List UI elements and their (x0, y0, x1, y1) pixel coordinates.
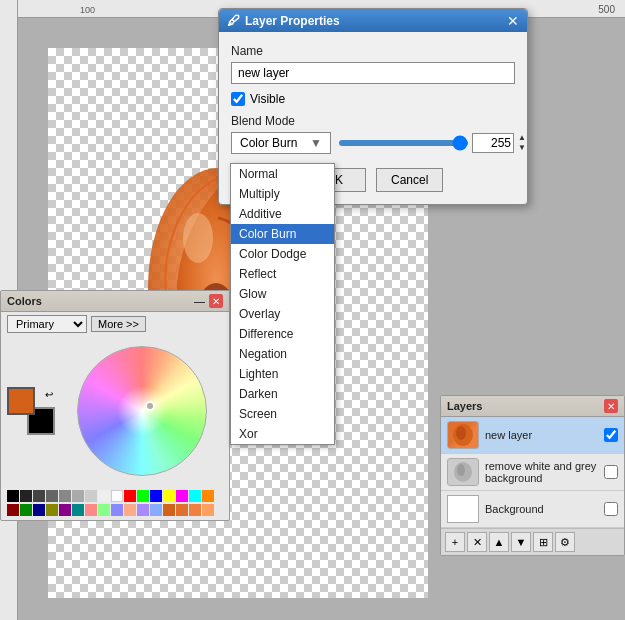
dialog-visible-checkbox[interactable] (231, 92, 245, 106)
layer-thumb-grey-svg (448, 459, 478, 485)
colors-panel-header: Colors — ✕ (1, 291, 229, 312)
dialog-cancel-button[interactable]: Cancel (376, 168, 443, 192)
svg-point-7 (457, 464, 465, 476)
color-swatches (1, 486, 229, 520)
swatch[interactable] (163, 490, 175, 502)
swatch[interactable] (85, 490, 97, 502)
layer-settings-button[interactable]: ⚙ (555, 532, 575, 552)
swatch[interactable] (7, 504, 19, 516)
layers-panel-title: Layers (447, 400, 482, 412)
ruler-mark-500: 500 (598, 4, 615, 15)
colors-panel-title: Colors (7, 295, 42, 307)
fg-bg-colors: ↩ (7, 387, 55, 435)
swatch[interactable] (189, 490, 201, 502)
swatch[interactable] (111, 490, 123, 502)
layers-toolbar: + ✕ ▲ ▼ ⊞ ⚙ (441, 528, 624, 555)
dialog-name-input[interactable] (231, 62, 515, 84)
blend-mode-value: Color Burn (240, 136, 297, 150)
swatch[interactable] (46, 490, 58, 502)
swatch[interactable] (163, 504, 175, 516)
swatch[interactable] (189, 504, 201, 516)
layer-name-remove-bg: remove white and grey background (485, 460, 598, 484)
layers-panel: Layers ✕ new layer remove white and grey… (440, 395, 625, 556)
add-layer-button[interactable]: + (445, 532, 465, 552)
layer-thumb-new-layer (447, 421, 479, 449)
swatch[interactable] (124, 504, 136, 516)
colors-mode-bar: Primary More >> (1, 312, 229, 336)
swap-colors-icon[interactable]: ↩ (45, 389, 53, 400)
colors-panel: Colors — ✕ Primary More >> ↩ (0, 290, 230, 521)
swatch[interactable] (124, 490, 136, 502)
colors-panel-minimize[interactable]: — (194, 295, 205, 307)
layer-item-remove-bg[interactable]: remove white and grey background (441, 454, 624, 491)
layer-visible-background[interactable] (604, 502, 618, 516)
opacity-input[interactable] (472, 133, 514, 153)
swatch[interactable] (46, 504, 58, 516)
swatch[interactable] (98, 504, 110, 516)
colors-panel-close[interactable]: ✕ (209, 294, 223, 308)
colors-mode-select[interactable]: Primary (7, 315, 87, 333)
merge-layers-button[interactable]: ⊞ (533, 532, 553, 552)
layers-panel-header: Layers ✕ (441, 396, 624, 417)
dialog-name-label: Name (231, 44, 515, 58)
swatch[interactable] (98, 490, 110, 502)
dialog-title: 🖊 Layer Properties (227, 13, 340, 28)
swatch-row-1 (7, 490, 214, 502)
dialog-visible-row: Visible (231, 92, 515, 106)
layer-thumb-background (447, 495, 479, 523)
swatch[interactable] (20, 490, 32, 502)
layer-properties-dialog: 🖊 Layer Properties ✕ Name Visible Blend … (218, 8, 528, 205)
swatch[interactable] (137, 490, 149, 502)
swatch[interactable] (150, 504, 162, 516)
swatch[interactable] (7, 490, 19, 502)
opacity-down-button[interactable]: ▼ (518, 143, 526, 153)
swatch[interactable] (33, 504, 45, 516)
swatch[interactable] (59, 490, 71, 502)
layer-name-background: Background (485, 503, 598, 515)
dialog-close-button[interactable]: ✕ (507, 14, 519, 28)
layers-panel-close[interactable]: ✕ (604, 399, 618, 413)
dialog-blend-select[interactable]: Color Burn ▼ (231, 132, 331, 154)
swatch[interactable] (202, 504, 214, 516)
swatch[interactable] (59, 504, 71, 516)
dialog-title-text: Layer Properties (245, 14, 340, 28)
dialog-blend-label: Blend Mode (231, 114, 515, 128)
layer-item-background[interactable]: Background (441, 491, 624, 528)
swatch[interactable] (33, 490, 45, 502)
swatch-row-2 (7, 504, 214, 516)
dialog-body: Name Visible Blend Mode Color Burn ▼ ▲ ▼ (219, 32, 527, 204)
color-wheel[interactable] (77, 346, 207, 476)
opacity-up-button[interactable]: ▲ (518, 133, 526, 143)
swatch[interactable] (72, 504, 84, 516)
dialog-buttons: OK Cancel (231, 168, 515, 192)
layer-name-new-layer: new layer (485, 429, 598, 441)
opacity-slider-container: ▲ ▼ (339, 133, 526, 153)
swatch[interactable] (85, 504, 97, 516)
dialog-ok-button[interactable]: OK (303, 168, 366, 192)
delete-layer-button[interactable]: ✕ (467, 532, 487, 552)
fg-color-box[interactable] (7, 387, 35, 415)
dialog-blend-row: Color Burn ▼ ▲ ▼ (231, 132, 515, 154)
swatch[interactable] (111, 504, 123, 516)
move-cursor-icon: ✛ (263, 243, 280, 267)
blend-chevron-icon: ▼ (310, 136, 322, 150)
colors-more-button[interactable]: More >> (91, 316, 146, 332)
colors-panel-body: ↩ (1, 336, 229, 486)
layer-visible-new-layer[interactable] (604, 428, 618, 442)
layer-item-new-layer[interactable]: new layer (441, 417, 624, 454)
swatch[interactable] (137, 504, 149, 516)
move-layer-down-button[interactable]: ▼ (511, 532, 531, 552)
swatch[interactable] (176, 504, 188, 516)
dialog-titlebar: 🖊 Layer Properties ✕ (219, 9, 527, 32)
opacity-slider[interactable] (339, 140, 468, 146)
svg-point-4 (456, 426, 466, 440)
swatch[interactable] (72, 490, 84, 502)
svg-point-2 (183, 213, 213, 263)
swatch[interactable] (176, 490, 188, 502)
swatch[interactable] (20, 504, 32, 516)
swatch[interactable] (150, 490, 162, 502)
swatch[interactable] (202, 490, 214, 502)
layer-visible-remove-bg[interactable] (604, 465, 618, 479)
move-layer-up-button[interactable]: ▲ (489, 532, 509, 552)
layer-thumb-ear-svg (448, 422, 478, 448)
